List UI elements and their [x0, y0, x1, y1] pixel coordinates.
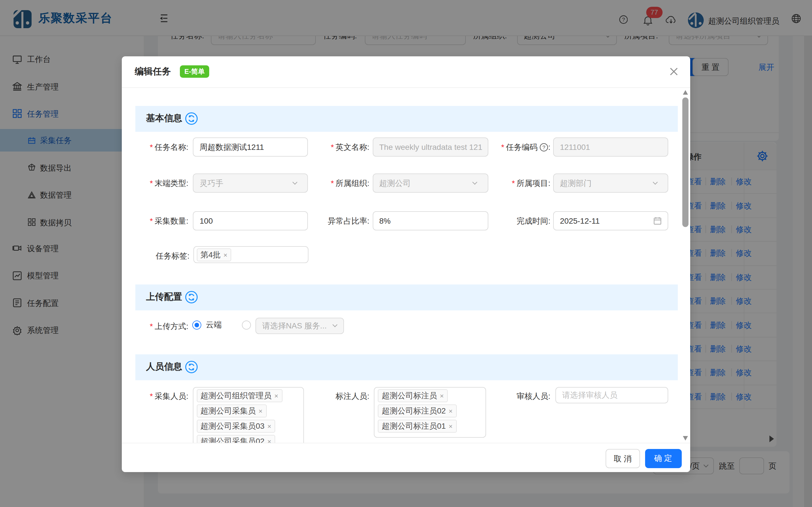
svg-text:?: ? [543, 144, 545, 150]
